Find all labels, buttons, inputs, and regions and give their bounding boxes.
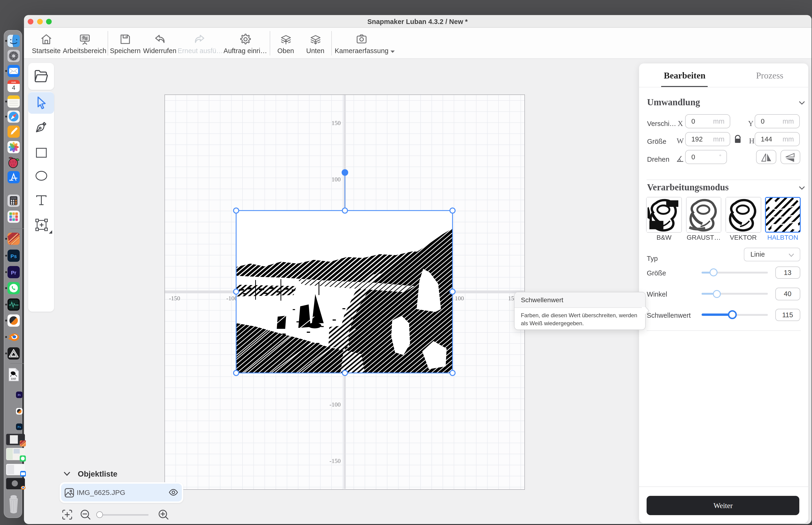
- svg-text:Pr: Pr: [11, 270, 16, 275]
- svg-text:DXF: DXF: [11, 377, 16, 380]
- svg-text:AUG: AUG: [11, 81, 16, 84]
- svg-text:Ps: Ps: [18, 425, 21, 429]
- svg-text:Ps: Ps: [10, 253, 17, 259]
- svg-text:Pr: Pr: [18, 393, 21, 397]
- svg-text:4: 4: [12, 84, 15, 91]
